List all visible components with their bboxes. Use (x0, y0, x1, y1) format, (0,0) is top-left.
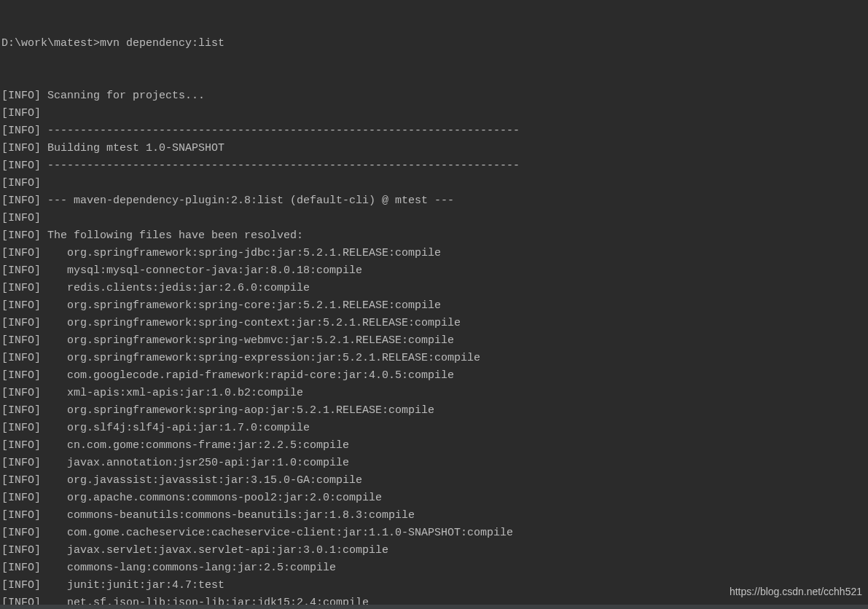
output-line: [INFO] xml-apis:xml-apis:jar:1.0.b2:comp… (1, 385, 867, 402)
output-line: [INFO] org.springframework:spring-webmvc… (1, 332, 867, 350)
output-line: [INFO] org.slf4j:slf4j-api:jar:1.7.0:com… (1, 420, 867, 437)
output-line: [INFO] commons-lang:commons-lang:jar:2.5… (1, 559, 867, 577)
output-line: [INFO] org.springframework:spring-contex… (1, 315, 867, 332)
command-line: D:\work\matest>mvn dependency:list (1, 35, 867, 52)
output-line: [INFO] cn.com.gome:commons-frame:jar:2.2… (1, 437, 867, 455)
output-line: [INFO] Building mtest 1.0-SNAPSHOT (1, 140, 867, 157)
output-line: [INFO] The following files have been res… (1, 227, 867, 245)
output-line: [INFO] (1, 175, 867, 192)
output-line: [INFO] org.springframework:spring-core:j… (1, 297, 867, 315)
output-line: [INFO] mysql:mysql-connector-java:jar:8.… (1, 262, 867, 280)
output-line: [INFO] org.springframework:spring-aop:ja… (1, 402, 867, 420)
output-lines-container: [INFO] Scanning for projects...[INFO][IN… (1, 87, 867, 609)
shell-prompt: D:\work\matest> (1, 37, 100, 50)
shell-command: mvn dependency:list (100, 37, 224, 50)
output-line: [INFO] com.gome.cacheservice:cacheservic… (1, 524, 867, 542)
output-line: [INFO] ---------------------------------… (1, 157, 867, 175)
output-line: [INFO] ---------------------------------… (1, 122, 867, 140)
output-line: [INFO] javax.servlet:javax.servlet-api:j… (1, 542, 867, 559)
terminal-output[interactable]: D:\work\matest>mvn dependency:list [INFO… (0, 0, 868, 609)
output-line: [INFO] --- maven-dependency-plugin:2.8:l… (1, 192, 867, 210)
bottom-bar (0, 605, 868, 609)
output-line: [INFO] javax.annotation:jsr250-api:jar:1… (1, 455, 867, 472)
output-line: [INFO] org.springframework:spring-jdbc:j… (1, 245, 867, 262)
watermark-text: https://blog.csdn.net/cchh521 (730, 583, 862, 600)
output-line: [INFO] commons-beanutils:commons-beanuti… (1, 507, 867, 524)
output-line: [INFO] (1, 105, 867, 122)
output-line: [INFO] org.javassist:javassist:jar:3.15.… (1, 472, 867, 490)
output-line: [INFO] (1, 210, 867, 227)
output-line: [INFO] org.springframework:spring-expres… (1, 350, 867, 367)
output-line: [INFO] redis.clients:jedis:jar:2.6.0:com… (1, 280, 867, 297)
output-line: [INFO] com.googlecode.rapid-framework:ra… (1, 367, 867, 385)
output-line: [INFO] Scanning for projects... (1, 87, 867, 105)
output-line: [INFO] org.apache.commons:commons-pool2:… (1, 490, 867, 507)
